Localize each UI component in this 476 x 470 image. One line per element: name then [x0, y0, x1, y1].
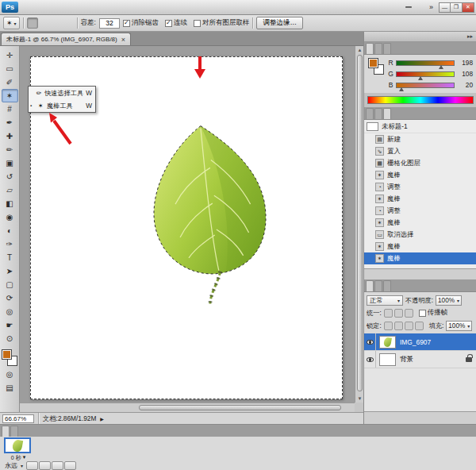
blur-tool[interactable]: ◉ [2, 210, 18, 224]
canvas-area[interactable]: ✏快速选择工具W✶魔棒工具W [20, 46, 355, 403]
propagate-frames-checkbox[interactable]: 传播帧 [419, 308, 448, 318]
subtract-from-selection-icon[interactable] [51, 17, 62, 29]
next-frame-button[interactable] [64, 461, 76, 470]
type-tool[interactable]: T [2, 251, 18, 264]
crop-tool[interactable]: # [2, 102, 18, 116]
panel-tab[interactable] [2, 426, 10, 437]
lock-all-icon[interactable] [415, 322, 424, 330]
workspace-overflow-button[interactable]: » [427, 3, 436, 11]
history-state[interactable]: ✶魔棒 [364, 241, 476, 252]
photoshop-logo[interactable]: Ps [2, 2, 18, 13]
channel-slider-handle[interactable] [439, 65, 443, 69]
unify-position-icon[interactable] [384, 309, 393, 318]
channel-slider-track[interactable] [396, 71, 455, 77]
scroll-up-icon[interactable]: ▲ [358, 48, 363, 52]
panel-tab[interactable] [383, 43, 391, 54]
channel-slider-track[interactable] [396, 60, 455, 66]
3d-rotate-tool[interactable]: ⟳ [2, 291, 18, 305]
history-state[interactable]: ✶魔棒 [364, 193, 476, 205]
history-state[interactable]: ◔调整 [364, 181, 476, 193]
panel-tab[interactable] [366, 43, 374, 54]
hand-tool[interactable]: ☛ [2, 318, 18, 332]
magic-wand-tool[interactable]: ✶ [2, 89, 18, 102]
vertical-scrollbar-thumb[interactable] [357, 55, 363, 391]
document-tab[interactable]: 未标题-1 @ 66.7% (IMG_6907, RGB/8) × [1, 33, 131, 45]
fill-field[interactable]: 100%▾ [446, 321, 472, 331]
restore-button[interactable]: ❐ [451, 2, 463, 13]
dock-collapse-bar[interactable]: ▸▸ [364, 32, 476, 42]
color-spectrum-ramp[interactable] [367, 96, 474, 104]
history-doc-state[interactable]: 未标题-1 [364, 120, 476, 133]
screen-mode-button[interactable]: ▤ [2, 381, 18, 395]
panel-tab[interactable] [366, 280, 374, 291]
path-selection-tool[interactable]: ➤ [2, 264, 18, 278]
workspace-button[interactable] [405, 6, 412, 8]
tolerance-input[interactable] [99, 18, 120, 29]
previous-frame-button[interactable] [39, 461, 51, 470]
unify-visibility-icon[interactable] [394, 309, 403, 318]
panel-tab[interactable] [383, 108, 391, 119]
move-tool[interactable]: ✛ [2, 48, 18, 62]
tool-preset-picker[interactable]: ✶ ▾ [3, 17, 20, 29]
layer-row[interactable]: IMG_6907 [364, 333, 476, 351]
horizontal-scrollbar[interactable] [20, 403, 355, 412]
status-expand-icon[interactable]: ▶ [100, 416, 104, 422]
3d-camera-tool[interactable]: ◎ [2, 305, 18, 318]
options-checkbox[interactable]: 消除锯齿 [123, 18, 159, 28]
lasso-tool[interactable]: ✐ [2, 75, 18, 89]
intersect-selection-icon[interactable] [63, 17, 74, 29]
quick-mask-button[interactable]: ◎ [2, 368, 18, 381]
refine-edge-button[interactable]: 调整边缘… [256, 17, 303, 29]
layer-thumbnail[interactable] [379, 353, 396, 366]
layer-row[interactable]: 背景 [364, 351, 476, 368]
vertical-scrollbar[interactable]: ▲ ▼ [355, 46, 363, 403]
blend-mode-select[interactable]: 正常▾ [367, 295, 403, 306]
panel-tab[interactable] [374, 108, 382, 119]
history-state[interactable]: ◔调整 [364, 205, 476, 217]
lock-transparency-icon[interactable] [384, 322, 393, 330]
clone-stamp-tool[interactable]: ▣ [2, 156, 18, 170]
history-state[interactable]: ▭取消选择 [364, 229, 476, 241]
history-state[interactable]: ▤新建 [364, 133, 476, 145]
frame-thumbnail[interactable] [4, 437, 31, 453]
lock-position-icon[interactable] [405, 322, 413, 330]
foreground-color-swatch[interactable] [2, 349, 12, 360]
flyout-menu-item[interactable]: ✶魔棒工具W [29, 99, 95, 112]
channel-slider-handle[interactable] [399, 87, 404, 91]
channel-slider-track[interactable] [396, 83, 455, 88]
gradient-tool[interactable]: ◧ [2, 197, 18, 210]
panel-tab[interactable] [366, 108, 374, 119]
foreground-color-swatch[interactable] [368, 58, 378, 68]
pen-tool[interactable]: ✑ [2, 237, 18, 251]
opacity-field[interactable]: 100%▾ [436, 295, 462, 306]
history-state[interactable]: ✶魔棒 [364, 169, 476, 181]
shape-tool[interactable]: ▢ [2, 278, 18, 291]
play-button[interactable] [52, 461, 63, 470]
new-selection-icon[interactable] [27, 17, 38, 29]
eraser-tool[interactable]: ▱ [2, 183, 18, 197]
panel-tab[interactable] [10, 426, 18, 437]
options-checkbox[interactable]: 对所有图层取样 [194, 18, 250, 28]
panel-tab[interactable] [374, 43, 382, 54]
first-frame-button[interactable] [26, 461, 38, 470]
loop-count-select[interactable]: 永远▾ [3, 461, 25, 470]
scroll-down-icon[interactable]: ▼ [358, 396, 363, 401]
lock-pixels-icon[interactable] [394, 322, 403, 330]
healing-brush-tool[interactable]: ✚ [2, 129, 18, 143]
animation-frame[interactable]: 0 秒▾ [4, 437, 33, 462]
layer-thumbnail[interactable] [379, 336, 396, 349]
layer-visibility-toggle[interactable] [364, 333, 376, 350]
history-state[interactable]: ⇘置入 [364, 145, 476, 157]
unify-style-icon[interactable] [405, 309, 413, 318]
add-to-selection-icon[interactable] [39, 17, 50, 29]
layer-visibility-toggle[interactable] [364, 351, 376, 368]
eyedropper-tool[interactable]: ✒ [2, 116, 18, 129]
history-brush-tool[interactable]: ↺ [2, 170, 18, 183]
panel-tab[interactable] [383, 280, 391, 291]
horizontal-scrollbar-thumb[interactable] [139, 405, 341, 410]
close-tab-icon[interactable]: × [121, 36, 125, 44]
flyout-menu-item[interactable]: ✏快速选择工具W [29, 87, 95, 99]
zoom-level-field[interactable]: 66.67% [2, 414, 34, 423]
minimize-button[interactable]: — [439, 2, 451, 13]
zoom-tool[interactable]: ⊙ [2, 332, 18, 345]
